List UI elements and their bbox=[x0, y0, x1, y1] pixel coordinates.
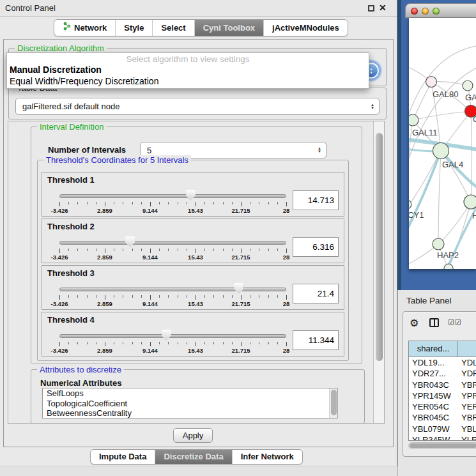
table-cell[interactable]: YDL19... bbox=[409, 357, 458, 368]
slider-thumb[interactable] bbox=[162, 330, 171, 341]
dropdown-item-manual[interactable]: Manual Discretization bbox=[7, 64, 369, 75]
column-header-shared-name[interactable]: shared... bbox=[409, 341, 458, 357]
table-row[interactable]: YDR27...YDR2 bbox=[409, 368, 476, 379]
network-edge[interactable] bbox=[438, 151, 441, 244]
table-row[interactable]: YLR345WYLR3 bbox=[409, 434, 476, 441]
network-edge[interactable] bbox=[438, 202, 471, 244]
network-node[interactable] bbox=[409, 114, 418, 126]
dropdown-item-equal-width[interactable]: Equal Width/Frequency Discretization bbox=[7, 75, 369, 87]
list-item[interactable]: BetweennessCentrality bbox=[43, 408, 337, 418]
threshold-slider[interactable]: -3.4262.8599.14415.4321.71528 bbox=[59, 312, 286, 357]
table-cell[interactable]: YBR043C bbox=[409, 380, 458, 390]
table-cell[interactable]: YBL079W bbox=[409, 424, 458, 434]
threshold-value-field[interactable]: 14.713 bbox=[293, 190, 339, 210]
network-edge-highlighted[interactable] bbox=[409, 151, 441, 234]
network-node[interactable] bbox=[464, 195, 476, 209]
minimize-traffic-light[interactable] bbox=[422, 8, 429, 15]
select-columns-icon[interactable]: ☑☑ bbox=[448, 318, 462, 326]
table-cell[interactable]: YLR345W bbox=[409, 434, 458, 441]
table-cell[interactable]: YER0 bbox=[458, 401, 476, 412]
network-edge[interactable] bbox=[413, 82, 431, 120]
slider-thumb[interactable] bbox=[186, 190, 196, 201]
footer-strip bbox=[0, 466, 397, 476]
table-cell[interactable]: YPR1 bbox=[458, 390, 476, 401]
threshold-slider[interactable]: -3.4262.8599.14415.4321.71528 bbox=[59, 219, 286, 264]
slider-thumb[interactable] bbox=[234, 283, 243, 294]
table-cell[interactable]: YDR2 bbox=[458, 368, 476, 379]
table-data-combobox[interactable]: galFiltered.sif default node ▲▼ bbox=[15, 98, 380, 115]
tab-select[interactable]: Select bbox=[152, 20, 194, 36]
gear-icon[interactable]: ⚙ bbox=[410, 317, 418, 329]
network-window-titlebar[interactable] bbox=[405, 3, 476, 18]
table-row[interactable]: YBR043CYBR0 bbox=[409, 380, 476, 390]
tab-cyni-toolbox[interactable]: Cyni Toolbox bbox=[194, 20, 263, 36]
thresholds-coordinates-group: Threshold's Coordinates for 5 Intervals … bbox=[37, 160, 349, 361]
table-cell[interactable]: YLR3 bbox=[458, 434, 476, 441]
columns-icon[interactable] bbox=[429, 318, 439, 327]
slider-track[interactable] bbox=[59, 241, 286, 245]
slider-track[interactable] bbox=[59, 334, 286, 338]
tab-network[interactable]: Network bbox=[54, 20, 115, 36]
table-cell[interactable]: YBR045C bbox=[409, 412, 458, 423]
table-cell[interactable]: YPR145W bbox=[409, 390, 458, 401]
table-panel: Table Panel ⚙ ☑☑ shared... na YDL19...YD… bbox=[397, 290, 476, 476]
numerical-attributes-list[interactable]: SelfLoopsTopologicalCoefficientBetweenne… bbox=[42, 388, 338, 418]
tab-infer-network[interactable]: Infer Network bbox=[232, 450, 302, 464]
table-cell[interactable]: YDR27... bbox=[409, 368, 458, 379]
network-edge[interactable] bbox=[413, 111, 471, 120]
threshold-slider[interactable]: -3.4262.8599.14415.4321.71528 bbox=[59, 266, 286, 311]
threshold-value-field[interactable]: 21.4 bbox=[293, 284, 339, 303]
table-row[interactable]: YBR045CYBR0 bbox=[409, 412, 476, 423]
list-item[interactable]: SelfLoops bbox=[43, 388, 337, 399]
list-scrollbar[interactable] bbox=[329, 388, 337, 418]
scrollbar-thumb[interactable] bbox=[410, 443, 476, 448]
table-data-group: Table Data galFiltered.sif default node … bbox=[8, 88, 387, 119]
table-row[interactable]: YDL19...YDL1 bbox=[409, 357, 476, 368]
network-node[interactable] bbox=[433, 143, 449, 159]
tab-jactivemnodules[interactable]: jActiveMNodules bbox=[263, 20, 348, 36]
slider-track[interactable] bbox=[59, 194, 286, 198]
network-node[interactable] bbox=[463, 81, 473, 91]
table-row[interactable]: YER054CYER0 bbox=[409, 401, 476, 412]
table-row[interactable]: YPR145WYPR1 bbox=[409, 390, 476, 401]
table-cell[interactable]: YDL1 bbox=[458, 357, 476, 368]
threshold-value-field[interactable]: 11.344 bbox=[293, 330, 339, 350]
list-item[interactable]: TopologicalCoefficient bbox=[43, 399, 337, 409]
tab-discretize-data[interactable]: Discretize Data bbox=[155, 450, 231, 464]
table-cell[interactable]: YER054C bbox=[409, 401, 458, 412]
threshold-value-field[interactable]: 6.316 bbox=[293, 237, 339, 257]
threshold-panel: Threshold 2 -3.4262.8599.14415.4321.7152… bbox=[42, 219, 344, 263]
tab-impute-data[interactable]: Impute Data bbox=[91, 450, 155, 464]
threshold-slider[interactable]: -3.4262.8599.14415.4321.71528 bbox=[59, 173, 286, 217]
network-node[interactable] bbox=[426, 77, 437, 88]
table-row[interactable]: YBL079WYBL0 bbox=[409, 424, 476, 434]
slider-thumb[interactable] bbox=[125, 236, 135, 247]
network-edge[interactable] bbox=[471, 111, 472, 202]
column-header-name[interactable]: na bbox=[458, 341, 476, 357]
interval-definition-group: Interval Definition Number of Intervals … bbox=[31, 127, 362, 364]
horizontal-scrollbar[interactable] bbox=[408, 442, 476, 449]
close-icon[interactable]: ✕ bbox=[379, 3, 387, 13]
network-node[interactable] bbox=[444, 264, 453, 269]
network-view-canvas[interactable]: GAL80GAGGAL11GAL4GCY1HHAP2 bbox=[409, 18, 476, 269]
threshold-panel: Threshold 4 -3.4262.8599.14415.4321.7152… bbox=[42, 312, 344, 357]
table-cell[interactable]: YBR0 bbox=[458, 380, 476, 390]
vertical-scrollbar[interactable] bbox=[373, 121, 384, 423]
node-label: GA bbox=[465, 93, 476, 102]
tab-style[interactable]: Style bbox=[115, 20, 152, 36]
group-title: Discretization Algorithm bbox=[15, 43, 107, 53]
slider-track[interactable] bbox=[59, 288, 286, 291]
network-node[interactable] bbox=[433, 238, 444, 250]
scrollbar-thumb[interactable] bbox=[331, 390, 337, 415]
scrollbar-thumb[interactable] bbox=[376, 133, 383, 361]
node-attribute-table[interactable]: shared... na YDL19...YDL1YDR27...YDR2YBR… bbox=[408, 341, 476, 441]
apply-button[interactable]: Apply bbox=[173, 428, 213, 443]
close-traffic-light[interactable] bbox=[411, 8, 418, 15]
float-window-icon[interactable] bbox=[368, 5, 374, 12]
table-cell[interactable]: YBL0 bbox=[458, 424, 476, 434]
table-cell[interactable]: YBR0 bbox=[458, 412, 476, 423]
zoom-traffic-light[interactable] bbox=[433, 8, 440, 15]
group-title: Interval Definition bbox=[37, 122, 106, 132]
slider-tick-labels: -3.4262.8599.14415.4321.71528 bbox=[59, 347, 286, 355]
network-edge[interactable] bbox=[409, 151, 441, 210]
